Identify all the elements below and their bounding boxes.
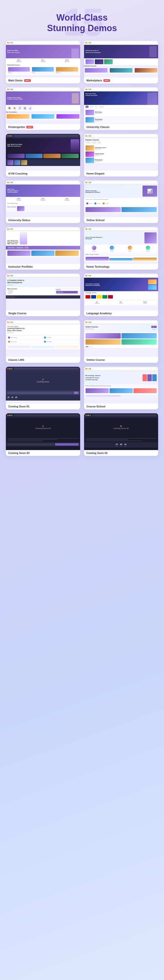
demo-card-university-status[interactable]: Start YourCareer & FutureYour Possible..… <box>6 180 80 223</box>
demo-card-single-course[interactable]: A Complete Guide toWeb Development With … <box>6 274 80 316</box>
demo-card-kindergarten[interactable]: Putting Your Child'sFuture in Great Hand… <box>6 87 80 130</box>
hero-text: Online LearningManagement System <box>85 190 100 193</box>
demo-preview-home-technology: Learn Product Design in18 weeks John D. … <box>84 227 158 264</box>
hero-robot <box>71 139 79 153</box>
demo-card-university-classic[interactable]: Next Level Courseto Drive Your Career Al… <box>84 87 158 130</box>
demo-card-gym-coaching[interactable]: Hey! Build Your BodyWith Our Instructor <box>6 134 80 177</box>
countdown-mins: 45 Mins <box>15 396 17 399</box>
demo-card-home-technology[interactable]: Learn Product Design in18 weeks John D. … <box>84 227 158 270</box>
dot-red <box>7 368 9 369</box>
book <box>152 374 157 381</box>
actions-row <box>6 442 80 447</box>
demo-name: Instructor Portfolio <box>8 265 33 268</box>
course-card <box>109 67 133 74</box>
course-card: Design <box>31 67 55 74</box>
demo-label: Main Demo HOT <box>6 78 80 83</box>
flag-english <box>85 295 90 299</box>
dot-green <box>11 182 13 183</box>
demo-card-online-school[interactable]: Online LearningManagement System 📊 Join … <box>84 180 158 223</box>
feature-dot <box>86 202 88 204</box>
partner-logo <box>31 345 55 348</box>
hero-section: 🚀Coming Soon <box>6 371 80 390</box>
dot-red <box>7 229 9 230</box>
demo-label: Single Course <box>6 310 80 316</box>
demo-card-language-academy[interactable]: Innovative LearningExperience Academy La… <box>84 274 158 316</box>
hero-section: Hey! Build Your BodyWith Our Instructor <box>6 138 80 153</box>
preview-content: Start YourCareer & FutureYour Possible..… <box>6 185 80 217</box>
section-title: Featured Courses <box>7 64 79 66</box>
demo-label: Online Course <box>84 357 158 363</box>
dot-green <box>11 321 13 323</box>
info-graphic <box>17 206 24 211</box>
dot-green <box>90 229 91 230</box>
preview-content: The Largest Online Learning Platform for… <box>6 324 80 357</box>
info-section: What is Ready for Next? <box>84 253 158 256</box>
input-mini <box>7 443 54 445</box>
demo-card-main-demo[interactable]: Build The SkillsDrive Your Career 25K+St… <box>6 41 80 83</box>
stat-item: 500+Courses <box>7 198 30 201</box>
notify-form: Notify <box>6 390 80 395</box>
demo-preview-online-course: Online Courses Learn from experts New Po… <box>84 320 158 357</box>
dot-green <box>90 135 91 137</box>
dot-red <box>85 182 87 183</box>
demo-card-coming-soon-02[interactable]: 🌟Coming Soon 02 15 Days 08 <box>84 413 158 456</box>
demo-card-home-elegant[interactable]: Popular Courses Finance Design Dev Inves… <box>84 134 158 177</box>
preview-content: 🚀Coming Soon Notify 30 Days 12 Hour <box>6 371 80 404</box>
demo-card-course-school[interactable]: We teaching, educateand build the future… <box>84 367 158 409</box>
feature-icon: 🎵 <box>17 106 22 110</box>
demo-name: Main Demo <box>8 79 23 82</box>
features-grid: Online Courses Certification Video Lesso… <box>6 335 80 344</box>
demo-card-marketplace[interactable]: Unlock the door toSuccess for everyone F… <box>84 41 158 83</box>
bar <box>109 258 133 261</box>
demo-name: GYM Coaching <box>8 172 27 175</box>
browser-url <box>14 181 79 183</box>
browser-bar <box>84 320 158 324</box>
demo-preview-instructor-portfolio: Hey! Build YourCareer & FutureWith John … <box>6 227 80 264</box>
demo-preview-coming-soon-01: 🚀Coming Soon Notify 30 Days 12 Hour <box>6 367 80 404</box>
demo-preview-university-status: Start YourCareer & FutureYour Possible..… <box>6 180 80 217</box>
browser-bar <box>6 41 80 45</box>
browser-url <box>92 368 157 370</box>
dot-yellow <box>9 275 11 276</box>
page-title: World-Class Stunning Demos <box>7 12 157 33</box>
dot-red <box>7 182 9 183</box>
browser-url <box>92 414 157 416</box>
feature: Courses <box>85 202 93 205</box>
demo-card-classic-lms[interactable]: The Largest Online Learning Platform for… <box>6 320 80 363</box>
hero-chart <box>144 232 157 243</box>
content-row: What you'll learn ✓ HTML/CSS✓ JavaScript… <box>6 287 80 295</box>
demo-label: Coming Soon 01 <box>6 404 80 409</box>
thumb <box>32 67 54 72</box>
sidebar: $49.99 Enroll Now <box>55 288 79 294</box>
dot-yellow <box>9 415 11 416</box>
demo-label: Marketplace HOT <box>84 78 158 83</box>
countdown-hours: 12 Hours <box>11 396 14 399</box>
team-name: Anna K. <box>147 250 150 252</box>
preview-content: Innovative LearningExperience Academy La… <box>84 278 158 310</box>
preview-content: Unlock the door toSuccess for everyone F… <box>84 45 158 78</box>
hero-images <box>148 280 157 290</box>
info-details: About University <box>6 205 80 212</box>
demo-card-coming-soon-03[interactable]: ⏳Coming Soon 03 Coming Soon 03 <box>6 413 80 456</box>
dot-green <box>90 182 91 183</box>
demo-card-instructor-portfolio[interactable]: Hey! Build YourCareer & FutureWith John … <box>6 227 80 270</box>
browser-bar <box>84 41 158 45</box>
info-bar: Online Coaching Lessons for Remote Learn… <box>84 384 158 387</box>
demo-card-coming-soon-01[interactable]: 🚀Coming Soon Notify 30 Days 12 Hour <box>6 367 80 409</box>
dot-green <box>11 275 13 276</box>
soon-text: 🌟Coming Soon 02 <box>114 425 129 430</box>
filter-tab: Design <box>91 142 96 144</box>
dot-green <box>11 42 13 43</box>
course-grid <box>84 332 158 345</box>
demo-card-online-course[interactable]: Online Courses Learn from experts New Po… <box>84 320 158 363</box>
classes-row <box>6 153 80 159</box>
dot-yellow <box>87 42 89 43</box>
hero-section: Putting Your Child'sFuture in Great Hand… <box>6 91 80 105</box>
browser-bar <box>84 274 158 278</box>
soon-text: ⏳Coming Soon 03 <box>35 425 50 430</box>
filter-tabs: Finance Design Dev <box>85 142 157 144</box>
dot-yellow <box>87 89 89 90</box>
course-info: Investment Course ★★★★★ 4.9 <box>95 147 106 150</box>
course-card <box>31 113 55 120</box>
course-card <box>85 333 121 339</box>
